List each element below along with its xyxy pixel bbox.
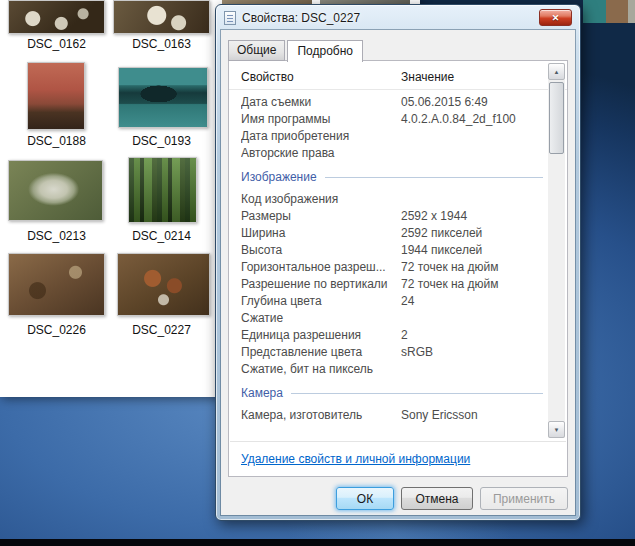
list-header: Свойство Значение (229, 61, 567, 90)
apply-button[interactable]: Применить (480, 487, 568, 510)
section-rule (325, 177, 543, 178)
photo-thumbnail-dsc0227[interactable] (117, 253, 210, 316)
property-row[interactable]: Авторские права (229, 144, 567, 161)
scrollbar[interactable]: ▲ ▼ (548, 63, 565, 438)
property-name: Высота (241, 243, 401, 257)
taskbar[interactable] (0, 539, 635, 546)
scroll-down-button[interactable]: ▼ (548, 421, 565, 438)
photo-label: DSC_0193 (113, 134, 210, 148)
column-header-property: Свойство (241, 70, 401, 84)
section-title: Изображение (241, 170, 317, 184)
property-name: Камера, изготовитель (241, 408, 401, 422)
property-name: Ширина (241, 226, 401, 240)
property-value: 2 (401, 328, 408, 342)
property-row[interactable]: Высота 1944 пикселей (229, 241, 567, 258)
photo-fragment (583, 0, 606, 23)
property-name: Имя программы (241, 112, 401, 126)
close-button[interactable]: ✕ (539, 9, 572, 26)
property-row[interactable]: Размеры 2592 x 1944 (229, 207, 567, 224)
close-icon: ✕ (552, 13, 560, 23)
property-value: 1944 пикселей (401, 243, 482, 257)
property-row[interactable]: Дата съемки 05.06.2015 6:49 (229, 93, 567, 110)
column-header-value: Значение (401, 70, 454, 84)
property-value: 2592 пикселей (401, 226, 482, 240)
property-name: Горизонтальное разреш... (241, 260, 401, 274)
property-name: Код изображения (241, 192, 401, 206)
photo-label: DSC_0213 (8, 229, 105, 243)
property-name: Сжатие, бит на пиксель (241, 362, 401, 376)
property-value: 72 точек на дюйм (401, 277, 499, 291)
photo-thumbnail-dsc0193[interactable] (118, 67, 208, 128)
property-value: Sony Ericsson (401, 408, 478, 422)
property-row[interactable]: Представление цвета sRGB (229, 343, 567, 360)
section-rule (291, 393, 543, 394)
properties-icon (224, 11, 236, 25)
section-title: Камера (241, 386, 283, 400)
photo-label: DSC_0214 (113, 229, 210, 243)
ok-button[interactable]: ОК (336, 487, 394, 510)
property-row[interactable]: Ширина 2592 пикселей (229, 224, 567, 241)
tab-strip: Общие Подробно (228, 39, 365, 61)
property-row[interactable]: Камера, изготовитель Sony Ericsson (229, 406, 567, 423)
photo-label: DSC_0226 (8, 323, 105, 337)
photo-thumbnail-dsc0213[interactable] (8, 160, 103, 221)
property-row[interactable]: Глубина цвета 24 (229, 292, 567, 309)
photo-label: DSC_0163 (113, 37, 210, 51)
cancel-button[interactable]: Отмена (401, 487, 473, 510)
property-name: Сжатие (241, 311, 401, 325)
property-row[interactable]: Код изображения (229, 190, 567, 207)
property-row[interactable]: Горизонтальное разреш... 72 точек на дюй… (229, 258, 567, 275)
property-row[interactable]: Сжатие (229, 309, 567, 326)
photo-thumbnail-dsc0188[interactable] (27, 62, 85, 130)
property-value: 72 точек на дюйм (401, 260, 499, 274)
property-row[interactable]: Имя программы 4.0.2.A.0.84_2d_f100 (229, 110, 567, 127)
property-row[interactable]: Сжатие, бит на пиксель (229, 360, 567, 377)
property-value: 2592 x 1944 (401, 209, 467, 223)
property-name: Дата съемки (241, 95, 401, 109)
dialog-client-area: Общие Подробно Свойство Значение Дата съ… (221, 30, 575, 515)
remove-properties-link[interactable]: Удаление свойств и личной информации (241, 452, 470, 466)
property-name: Дата приобретения (241, 129, 401, 143)
property-name: Глубина цвета (241, 294, 401, 308)
property-value: 24 (401, 294, 414, 308)
property-list: Свойство Значение Дата съемки 05.06.2015… (229, 61, 567, 440)
photo-thumbnail-dsc0162[interactable] (8, 0, 105, 34)
photo-thumbnail-dsc0214[interactable] (128, 157, 197, 223)
up-arrow-icon: ▲ (554, 69, 560, 75)
details-tab-panel: Свойство Значение Дата съемки 05.06.2015… (228, 60, 568, 477)
photo-fragment (628, 0, 635, 23)
section-header-image: Изображение (229, 168, 567, 186)
scroll-thumb[interactable] (549, 82, 564, 154)
property-name: Разрешение по вертикали (241, 277, 401, 291)
separator (230, 441, 566, 442)
property-row[interactable]: Дата приобретения (229, 127, 567, 144)
scroll-up-button[interactable]: ▲ (548, 63, 565, 80)
dialog-titlebar[interactable]: Свойства: DSC_0227 ✕ (216, 5, 580, 30)
properties-dialog: Свойства: DSC_0227 ✕ Общие Подробно Свой… (215, 4, 581, 521)
tab-general[interactable]: Общие (228, 40, 285, 61)
property-name: Размеры (241, 209, 401, 223)
photo-thumbnail-dsc0226[interactable] (8, 253, 105, 316)
property-name: Авторские права (241, 146, 401, 160)
photo-label: DSC_0162 (8, 37, 105, 51)
dialog-buttons: ОК Отмена Применить (336, 487, 568, 510)
photo-label: DSC_0227 (113, 323, 210, 337)
property-row[interactable]: Единица разрешения 2 (229, 326, 567, 343)
photo-label: DSC_0188 (8, 134, 105, 148)
desktop: DSC_0162 DSC_0163 DSC_0188 DSC_0193 DSC_… (0, 0, 635, 546)
section-header-camera: Камера (229, 384, 567, 402)
property-value: 05.06.2015 6:49 (401, 95, 488, 109)
dialog-title: Свойства: DSC_0227 (242, 11, 360, 25)
photo-thumbnail-dsc0163[interactable] (113, 0, 210, 34)
tab-details[interactable]: Подробно (287, 40, 363, 62)
property-value: sRGB (401, 345, 433, 359)
property-value: 4.0.2.A.0.84_2d_f100 (401, 112, 516, 126)
photo-fragment (606, 0, 628, 23)
property-name: Представление цвета (241, 345, 401, 359)
down-arrow-icon: ▼ (554, 427, 560, 433)
property-name: Единица разрешения (241, 328, 401, 342)
property-row[interactable]: Разрешение по вертикали 72 точек на дюйм (229, 275, 567, 292)
